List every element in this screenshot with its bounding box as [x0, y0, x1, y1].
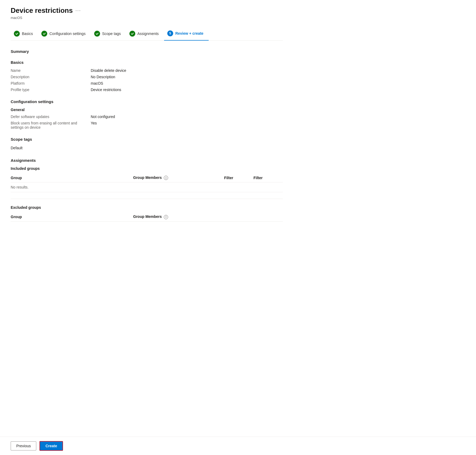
step-check-basics [14, 31, 20, 37]
included-groups-section: Included groups Group Group Members i Fi… [11, 166, 283, 192]
field-label-profile-type: Profile type [11, 88, 91, 92]
excluded-col-group: Group [11, 212, 133, 221]
page-subtitle: macOS [11, 16, 283, 20]
field-block-users: Block users from erasing all content and… [11, 121, 283, 130]
create-button[interactable]: Create [39, 441, 63, 451]
configuration-settings-title: Configuration settings [11, 99, 283, 104]
wizard-step-configuration-label: Configuration settings [49, 32, 85, 36]
basics-section: Basics Name Disable delete device Descri… [11, 60, 283, 92]
excluded-groups-table: Group Group Members i [11, 212, 283, 221]
included-groups-table: Group Group Members i Filter Filter [11, 173, 283, 192]
included-col-group-members: Group Members i [133, 173, 224, 182]
field-name: Name Disable delete device [11, 68, 283, 73]
field-description: Description No Description [11, 75, 283, 79]
wizard-step-scope-tags[interactable]: Scope tags [91, 28, 126, 40]
scope-tags-title: Scope tags [11, 137, 283, 142]
field-label-block-users: Block users from erasing all content and… [11, 121, 91, 130]
field-profile-type: Profile type Device restrictions [11, 88, 283, 92]
field-label-defer-software: Defer software updates [11, 115, 91, 119]
field-value-platform: macOS [91, 81, 103, 85]
step-check-configuration [41, 31, 47, 37]
wizard-step-scope-tags-label: Scope tags [102, 32, 121, 36]
excluded-col-group-members: Group Members i [133, 212, 283, 221]
wizard-step-assignments-label: Assignments [137, 32, 159, 36]
excluded-groups-title: Excluded groups [11, 205, 283, 210]
page-title: Device restrictions [11, 6, 73, 15]
summary-heading: Summary [11, 49, 283, 54]
more-options-icon[interactable]: ··· [76, 8, 81, 13]
field-platform: Platform macOS [11, 81, 283, 85]
wizard-step-basics-label: Basics [22, 32, 33, 36]
wizard-step-configuration[interactable]: Configuration settings [38, 28, 91, 40]
step-num-review-create: 5 [167, 30, 173, 36]
basics-title: Basics [11, 60, 283, 65]
wizard-steps: Basics Configuration settings Scope tags [11, 27, 283, 41]
excluded-group-members-info-icon[interactable]: i [164, 215, 168, 219]
step-check-assignments [129, 31, 135, 37]
wizard-step-basics[interactable]: Basics [11, 28, 38, 40]
field-label-name: Name [11, 68, 91, 73]
field-value-profile-type: Device restrictions [91, 88, 121, 92]
general-title: General [11, 108, 283, 112]
page-title-row: Device restrictions ··· [11, 6, 283, 15]
field-label-description: Description [11, 75, 91, 79]
included-groups-empty-row: No results. [11, 182, 283, 192]
included-groups-title: Included groups [11, 166, 283, 171]
field-value-defer-software: Not configured [91, 115, 115, 119]
field-label-platform: Platform [11, 81, 91, 85]
wizard-step-assignments[interactable]: Assignments [126, 28, 164, 40]
field-defer-software-updates: Defer software updates Not configured [11, 115, 283, 119]
excluded-groups-header-row: Group Group Members i [11, 212, 283, 221]
included-groups-empty-text: No results. [11, 182, 283, 192]
field-value-name: Disable delete device [91, 68, 126, 73]
wizard-step-review-create[interactable]: 5 Review + create [164, 27, 209, 41]
included-col-filter1: Filter [224, 173, 253, 182]
footer: Previous Create [0, 437, 476, 455]
step-check-scope-tags [94, 31, 100, 37]
previous-button[interactable]: Previous [11, 441, 36, 450]
assignments-title: Assignments [11, 158, 283, 163]
included-col-group: Group [11, 173, 133, 182]
wizard-step-review-create-label: Review + create [175, 31, 203, 36]
assignments-section: Assignments Included groups Group Group … [11, 158, 283, 222]
scope-tags-section: Scope tags Default [11, 137, 283, 151]
included-col-filter2: Filter [253, 173, 283, 182]
section-divider [11, 199, 283, 199]
group-members-info-icon[interactable]: i [164, 176, 168, 180]
excluded-groups-section: Excluded groups Group Group Members i [11, 205, 283, 221]
configuration-settings-section: Configuration settings General Defer sof… [11, 99, 283, 130]
field-value-description: No Description [91, 75, 115, 79]
scope-tags-value: Default [11, 145, 283, 151]
field-value-block-users: Yes [91, 121, 97, 130]
included-groups-header-row: Group Group Members i Filter Filter [11, 173, 283, 182]
